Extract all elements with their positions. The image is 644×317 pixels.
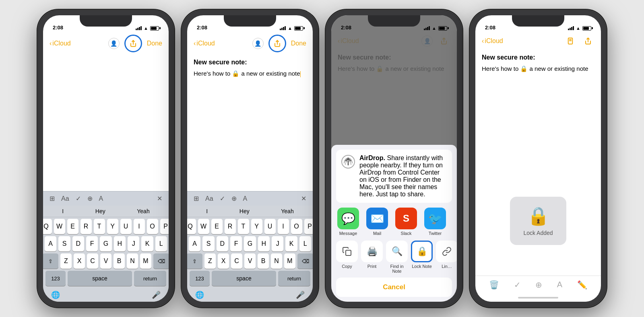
key2-b[interactable]: B xyxy=(258,253,269,269)
key-r[interactable]: R xyxy=(80,219,92,234)
key-x[interactable]: X xyxy=(74,253,85,269)
add-icon[interactable]: ⊕ xyxy=(535,280,542,290)
key-space[interactable]: space xyxy=(68,271,132,286)
share-action-link[interactable]: Lin… xyxy=(436,241,457,274)
key-a[interactable]: A xyxy=(45,236,56,251)
key-d[interactable]: D xyxy=(72,236,84,251)
key2-i[interactable]: I xyxy=(278,219,289,234)
suggestion-2[interactable]: Hey xyxy=(95,208,105,214)
key2-t[interactable]: T xyxy=(238,219,249,234)
key-u[interactable]: U xyxy=(120,219,132,234)
key-j[interactable]: J xyxy=(128,236,139,251)
share-action-copy[interactable]: Copy xyxy=(336,241,358,274)
key2-j[interactable]: J xyxy=(272,236,283,251)
share-button-4a[interactable] xyxy=(564,35,577,47)
key-backspace[interactable]: ⌫ xyxy=(153,253,169,269)
key2-shift[interactable]: ⇧ xyxy=(187,253,202,269)
key-p[interactable]: P xyxy=(160,219,169,234)
key-m[interactable]: M xyxy=(140,253,151,269)
plus-icon[interactable]: ⊕ xyxy=(87,195,93,202)
key2-n[interactable]: N xyxy=(271,253,282,269)
font-icon[interactable]: Aa xyxy=(61,195,69,202)
grid-icon-2[interactable]: ⊞ xyxy=(194,195,199,202)
phone-2-keyboard[interactable]: ⊞ Aa ✓ ⊕ A ✕ I Hey Yeah QWERTYUIOP ASDFG… xyxy=(187,191,313,302)
key2-s[interactable]: S xyxy=(202,236,214,251)
key-o[interactable]: O xyxy=(147,219,158,234)
check-icon-2[interactable]: ✓ xyxy=(220,195,225,202)
key2-d[interactable]: D xyxy=(217,236,228,251)
key2-a[interactable]: A xyxy=(189,236,200,251)
grid-icon[interactable]: ⊞ xyxy=(50,195,55,202)
key2-m[interactable]: M xyxy=(284,253,295,269)
share-app-mail[interactable]: ✉️ Mail xyxy=(365,208,389,236)
key-h[interactable]: H xyxy=(114,236,126,251)
share-button-circled[interactable] xyxy=(124,35,142,52)
key2-u[interactable]: U xyxy=(264,219,276,234)
mic-icon[interactable]: 🎤 xyxy=(152,290,161,299)
format-icon[interactable]: A xyxy=(99,195,103,202)
key-v[interactable]: V xyxy=(100,253,111,269)
check-icon[interactable]: ✓ xyxy=(76,195,81,202)
share-button-circled-2[interactable] xyxy=(268,35,286,52)
key-g[interactable]: G xyxy=(100,236,111,251)
suggestion-3[interactable]: Yeah xyxy=(137,208,149,214)
globe-icon[interactable]: 🌐 xyxy=(51,290,60,299)
mic-icon-2[interactable]: 🎤 xyxy=(296,290,305,299)
format-icon-2[interactable]: A xyxy=(243,195,248,202)
suggestion-4[interactable]: I xyxy=(206,208,208,214)
suggestion-6[interactable]: Yeah xyxy=(281,208,293,214)
plus-icon-2[interactable]: ⊕ xyxy=(231,195,237,202)
done-button-2[interactable]: Done xyxy=(291,40,306,47)
key2-123[interactable]: 123 xyxy=(190,271,210,286)
share-button-4b[interactable] xyxy=(582,35,594,47)
phone-1-keyboard[interactable]: ⊞ Aa ✓ ⊕ A ✕ I Hey Yeah QWERTYUIOP xyxy=(43,191,169,302)
back-button-2[interactable]: ‹ iCloud xyxy=(194,40,215,47)
check-circle-icon[interactable]: ✓ xyxy=(514,280,521,290)
key2-w[interactable]: W xyxy=(198,219,209,234)
key-b[interactable]: B xyxy=(114,253,125,269)
key-y[interactable]: Y xyxy=(107,219,118,234)
key-i[interactable]: I xyxy=(134,219,145,234)
key-z[interactable]: Z xyxy=(60,253,72,269)
key2-y[interactable]: Y xyxy=(251,219,262,234)
key2-p[interactable]: P xyxy=(304,219,313,234)
close-keyboard-icon[interactable]: ✕ xyxy=(157,195,162,202)
key-q[interactable]: Q xyxy=(43,219,52,234)
key-e[interactable]: E xyxy=(67,219,78,234)
key-return[interactable]: return xyxy=(134,271,166,286)
key2-c[interactable]: C xyxy=(231,253,242,269)
key2-x[interactable]: X xyxy=(218,253,229,269)
key2-space[interactable]: space xyxy=(212,271,276,286)
key2-k[interactable]: K xyxy=(285,236,297,251)
collaborators-icon[interactable]: 👤 xyxy=(108,38,120,49)
key2-q[interactable]: Q xyxy=(187,219,196,234)
collaborators-icon-2[interactable]: 👤 xyxy=(252,38,264,49)
done-button[interactable]: Done xyxy=(147,40,162,47)
key-n[interactable]: N xyxy=(127,253,138,269)
key2-v[interactable]: V xyxy=(244,253,256,269)
key2-e[interactable]: E xyxy=(211,219,223,234)
share-action-print[interactable]: 🖨️ Print xyxy=(361,241,383,274)
share-action-lock[interactable]: 🔒 Lock Note xyxy=(411,241,433,274)
key-123[interactable]: 123 xyxy=(45,271,66,286)
key-s[interactable]: S xyxy=(58,236,70,251)
back-button[interactable]: ‹ iCloud xyxy=(50,40,71,47)
globe-icon-2[interactable]: 🌐 xyxy=(195,290,204,299)
key2-r[interactable]: R xyxy=(225,219,236,234)
close-keyboard-icon-2[interactable]: ✕ xyxy=(301,195,306,202)
key-t[interactable]: T xyxy=(94,219,105,234)
back-button-4[interactable]: ‹ iCloud xyxy=(482,37,503,45)
key-k[interactable]: K xyxy=(141,236,153,251)
share-action-find[interactable]: 🔍 Find in Note xyxy=(386,241,408,274)
share-app-twitter[interactable]: 🐦 Twitter xyxy=(423,208,447,236)
key-w[interactable]: W xyxy=(54,219,65,234)
key2-f[interactable]: F xyxy=(230,236,242,251)
compose-icon[interactable]: ✏️ xyxy=(577,280,587,290)
key2-l[interactable]: L xyxy=(299,236,311,251)
share-app-slack[interactable]: S Slack xyxy=(394,208,418,236)
format-icon-4[interactable]: A xyxy=(557,280,562,290)
font-icon-2[interactable]: Aa xyxy=(205,195,213,202)
suggestion-5[interactable]: Hey xyxy=(239,208,250,214)
share-app-message[interactable]: 💬 Message xyxy=(336,208,360,236)
key-f[interactable]: F xyxy=(86,236,98,251)
